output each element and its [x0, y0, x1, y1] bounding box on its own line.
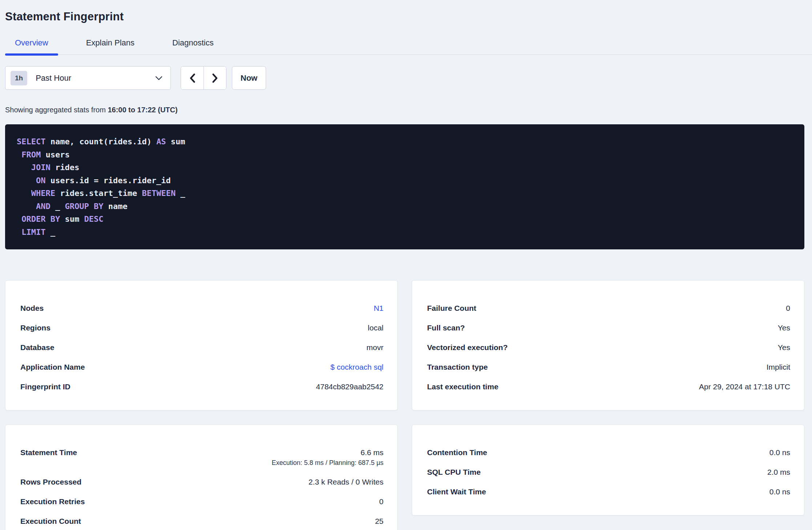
stat-value: movr [366, 342, 383, 353]
sql-line: WHERE rides.start_time BETWEEN _ [17, 187, 793, 200]
stat-label: Application Name [20, 362, 85, 372]
stat-value-group: 0.0 ns [769, 447, 790, 458]
stat-value-group: local [368, 323, 383, 333]
stats-cards: NodesN1RegionslocalDatabasemovrApplicati… [5, 280, 804, 530]
stat-value-group: 25 [375, 516, 383, 526]
application-name-link[interactable]: $ cockroach sql [330, 362, 383, 372]
stat-row: Execution Retries0 [20, 497, 383, 507]
card-statement-details: NodesN1RegionslocalDatabasemovrApplicati… [5, 280, 398, 410]
statement-fingerprint-page: Statement Fingerprint Overview Explain P… [0, 0, 812, 530]
stat-row: Rows Processed2.3 k Reads / 0 Writes [20, 477, 383, 487]
now-button[interactable]: Now [232, 66, 266, 90]
stat-label: Contention Time [427, 447, 487, 458]
stat-label: Last execution time [427, 382, 498, 392]
stat-row: Fingerprint ID4784cb829aab2542 [20, 382, 383, 392]
tab-overview[interactable]: Overview [5, 38, 58, 55]
tab-diagnostics[interactable]: Diagnostics [162, 38, 224, 55]
sql-line: FROM users [17, 148, 793, 161]
stat-label: Database [20, 342, 54, 353]
sql-line: ORDER BY sum DESC [17, 213, 793, 226]
nodes-link[interactable]: N1 [374, 303, 383, 313]
stat-value-group: movr [366, 342, 383, 353]
prev-time-button[interactable] [181, 67, 204, 89]
stat-label: Execution Retries [20, 497, 85, 507]
time-step-buttons [181, 66, 226, 90]
stat-row: Full scan?Yes [427, 323, 790, 333]
stat-value-group: N1 [374, 303, 383, 313]
sql-line: JOIN rides [17, 161, 793, 174]
stat-row: Failure Count0 [427, 303, 790, 313]
stat-value: 0.0 ns [769, 447, 790, 458]
stat-row: Regionslocal [20, 323, 383, 333]
sql-line: AND _ GROUP BY name [17, 200, 793, 213]
stat-value-group: $ cockroach sql [330, 362, 383, 372]
stat-value-group: Yes [778, 323, 790, 333]
card-execution-attributes: Failure Count0Full scan?YesVectorized ex… [412, 280, 804, 410]
sql-line: SELECT name, count(rides.id) AS sum [17, 135, 793, 148]
stat-label: Transaction type [427, 362, 488, 372]
stat-row: Statement Time6.6 msExecution: 5.8 ms / … [20, 447, 383, 467]
stat-row: Vectorized execution?Yes [427, 342, 790, 353]
stat-value-group: 2.3 k Reads / 0 Writes [309, 477, 383, 487]
time-range-label: Past Hour [36, 73, 155, 83]
sql-line: LIMIT _ [17, 226, 793, 239]
stat-row: SQL CPU Time2.0 ms [427, 467, 790, 477]
stat-label: SQL CPU Time [427, 467, 481, 477]
stat-value-group: 0 [786, 303, 790, 313]
stat-row: Contention Time0.0 ns [427, 447, 790, 458]
sql-line: ON users.id = rides.rider_id [17, 174, 793, 187]
stat-row: Execution Count25 [20, 516, 383, 526]
next-time-button[interactable] [204, 67, 226, 89]
stat-label: Vectorized execution? [427, 342, 508, 353]
stat-value: Apr 29, 2024 at 17:18 UTC [699, 382, 790, 392]
stat-label: Nodes [20, 303, 44, 313]
stat-value: 2.0 ms [767, 467, 790, 477]
chevron-left-icon [190, 73, 195, 83]
card-execution-stats: Statement Time6.6 msExecution: 5.8 ms / … [5, 425, 398, 530]
stat-value: 2.3 k Reads / 0 Writes [309, 477, 383, 487]
stat-label: Statement Time [20, 447, 77, 458]
tab-bar: Overview Explain Plans Diagnostics [5, 38, 812, 55]
stat-value: 0.0 ns [769, 487, 790, 497]
sql-statement-box: SELECT name, count(rides.id) AS sum FROM… [5, 124, 804, 249]
stat-value: local [368, 323, 383, 333]
stat-subvalue: Execution: 5.8 ms / Planning: 687.5 µs [272, 458, 383, 467]
stat-row: Databasemovr [20, 342, 383, 353]
time-range-dropdown[interactable]: 1h Past Hour [5, 66, 171, 90]
time-range-badge: 1h [11, 71, 27, 85]
stat-row: Transaction typeImplicit [427, 362, 790, 372]
stat-row: Application Name$ cockroach sql [20, 362, 383, 372]
aggregated-stats-range: 16:00 to 17:22 (UTC) [108, 106, 177, 114]
stat-label: Full scan? [427, 323, 465, 333]
stat-value: 0 [786, 303, 790, 313]
stat-label: Execution Count [20, 516, 81, 526]
chevron-right-icon [212, 73, 218, 83]
stat-label: Rows Processed [20, 477, 81, 487]
stat-value: 4784cb829aab2542 [316, 382, 383, 392]
stat-label: Failure Count [427, 303, 476, 313]
time-controls: 1h Past Hour Now [5, 66, 804, 90]
stat-value: Implicit [767, 362, 790, 372]
stat-value: Yes [778, 323, 790, 333]
stat-row: Last execution timeApr 29, 2024 at 17:18… [427, 382, 790, 392]
stat-label: Regions [20, 323, 51, 333]
stat-row: Client Wait Time0.0 ns [427, 487, 790, 497]
stat-value-group: Implicit [767, 362, 790, 372]
stat-value-group: 6.6 msExecution: 5.8 ms / Planning: 687.… [272, 447, 383, 467]
stat-value-group: 0.0 ns [769, 487, 790, 497]
chevron-down-icon [155, 76, 162, 80]
stat-value: Yes [778, 342, 790, 353]
stat-label: Client Wait Time [427, 487, 486, 497]
stat-value-group: Apr 29, 2024 at 17:18 UTC [699, 382, 790, 392]
tab-explain-plans[interactable]: Explain Plans [76, 38, 144, 55]
stat-value: 6.6 ms [272, 447, 383, 458]
stat-value-group: 2.0 ms [767, 467, 790, 477]
stat-value-group: 0 [379, 497, 383, 507]
page-title: Statement Fingerprint [5, 9, 804, 24]
aggregated-stats-prefix: Showing aggregated stats from [5, 106, 106, 114]
stat-label: Fingerprint ID [20, 382, 71, 392]
stat-value-group: Yes [778, 342, 790, 353]
stat-value: 0 [379, 497, 383, 507]
stat-value-group: 4784cb829aab2542 [316, 382, 383, 392]
card-contention-stats: Contention Time0.0 nsSQL CPU Time2.0 msC… [412, 425, 804, 515]
